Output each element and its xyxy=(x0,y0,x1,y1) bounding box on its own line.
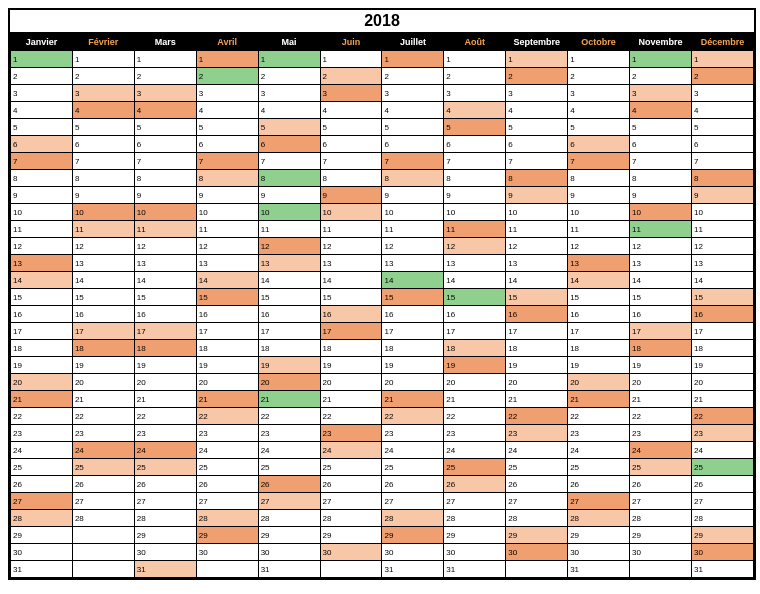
day-cell: 30 xyxy=(320,544,382,561)
day-cell: 2 xyxy=(196,68,258,85)
day-cell: 2 xyxy=(320,68,382,85)
day-cell: 9 xyxy=(196,187,258,204)
day-cell: 10 xyxy=(444,204,506,221)
day-cell: 22 xyxy=(134,408,196,425)
day-cell: 27 xyxy=(72,493,134,510)
day-cell: 11 xyxy=(568,221,630,238)
day-cell: 3 xyxy=(72,85,134,102)
day-cell: 11 xyxy=(11,221,73,238)
month-header: Septembre xyxy=(506,34,568,51)
year-title: 2018 xyxy=(10,10,754,33)
day-cell: 28 xyxy=(196,510,258,527)
day-cell: 26 xyxy=(11,476,73,493)
day-cell: 21 xyxy=(11,391,73,408)
day-cell: 7 xyxy=(382,153,444,170)
day-cell: 21 xyxy=(568,391,630,408)
day-cell: 13 xyxy=(11,255,73,272)
day-cell: 7 xyxy=(258,153,320,170)
day-cell: 8 xyxy=(134,170,196,187)
calendar-row: 2929292929292929292929 xyxy=(11,527,754,544)
day-cell: 6 xyxy=(568,136,630,153)
day-cell: 3 xyxy=(134,85,196,102)
day-cell: 19 xyxy=(568,357,630,374)
day-cell: 25 xyxy=(630,459,692,476)
day-cell: 1 xyxy=(691,51,753,68)
calendar-row: 131313131313131313131313 xyxy=(11,255,754,272)
day-cell: 7 xyxy=(506,153,568,170)
day-cell: 27 xyxy=(196,493,258,510)
day-cell: 7 xyxy=(691,153,753,170)
day-cell: 25 xyxy=(568,459,630,476)
day-cell: 6 xyxy=(630,136,692,153)
day-cell: 9 xyxy=(258,187,320,204)
day-cell: 9 xyxy=(134,187,196,204)
day-cell: 30 xyxy=(382,544,444,561)
day-cell: 15 xyxy=(196,289,258,306)
day-cell: 18 xyxy=(196,340,258,357)
day-cell: 27 xyxy=(382,493,444,510)
day-cell: 21 xyxy=(134,391,196,408)
day-cell: 2 xyxy=(691,68,753,85)
day-cell: 18 xyxy=(258,340,320,357)
day-cell: 13 xyxy=(568,255,630,272)
day-cell: 13 xyxy=(691,255,753,272)
day-cell: 24 xyxy=(320,442,382,459)
day-cell: 12 xyxy=(258,238,320,255)
day-cell: 1 xyxy=(320,51,382,68)
day-cell: 25 xyxy=(196,459,258,476)
day-cell: 14 xyxy=(11,272,73,289)
day-cell: 1 xyxy=(11,51,73,68)
day-cell xyxy=(196,561,258,578)
day-cell: 15 xyxy=(134,289,196,306)
day-cell: 23 xyxy=(134,425,196,442)
day-cell: 26 xyxy=(320,476,382,493)
day-cell: 2 xyxy=(506,68,568,85)
day-cell: 24 xyxy=(506,442,568,459)
day-cell: 5 xyxy=(630,119,692,136)
day-cell: 2 xyxy=(630,68,692,85)
day-cell: 8 xyxy=(444,170,506,187)
day-cell: 20 xyxy=(196,374,258,391)
day-cell: 17 xyxy=(72,323,134,340)
day-cell: 14 xyxy=(568,272,630,289)
calendar-row: 232323232323232323232323 xyxy=(11,425,754,442)
day-cell: 10 xyxy=(196,204,258,221)
day-cell: 15 xyxy=(258,289,320,306)
day-cell: 11 xyxy=(320,221,382,238)
day-cell: 12 xyxy=(444,238,506,255)
day-cell: 27 xyxy=(11,493,73,510)
calendar-row: 141414141414141414141414 xyxy=(11,272,754,289)
month-header: Août xyxy=(444,34,506,51)
day-cell: 21 xyxy=(630,391,692,408)
day-cell: 4 xyxy=(11,102,73,119)
day-cell xyxy=(72,544,134,561)
day-cell: 18 xyxy=(630,340,692,357)
day-cell: 11 xyxy=(630,221,692,238)
day-cell: 13 xyxy=(134,255,196,272)
day-cell: 3 xyxy=(196,85,258,102)
day-cell: 22 xyxy=(506,408,568,425)
day-cell: 31 xyxy=(568,561,630,578)
day-cell: 11 xyxy=(691,221,753,238)
day-cell: 6 xyxy=(691,136,753,153)
day-cell: 7 xyxy=(11,153,73,170)
day-cell: 19 xyxy=(630,357,692,374)
day-cell: 11 xyxy=(506,221,568,238)
day-cell: 14 xyxy=(72,272,134,289)
day-cell: 30 xyxy=(568,544,630,561)
day-cell: 26 xyxy=(506,476,568,493)
day-cell: 22 xyxy=(568,408,630,425)
day-cell: 5 xyxy=(196,119,258,136)
day-cell: 12 xyxy=(630,238,692,255)
day-cell: 5 xyxy=(568,119,630,136)
day-cell: 4 xyxy=(320,102,382,119)
calendar-row: 282828282828282828282828 xyxy=(11,510,754,527)
day-cell: 10 xyxy=(134,204,196,221)
day-cell: 23 xyxy=(568,425,630,442)
day-cell: 5 xyxy=(134,119,196,136)
day-cell: 31 xyxy=(444,561,506,578)
day-cell: 1 xyxy=(382,51,444,68)
day-cell: 26 xyxy=(134,476,196,493)
day-cell: 9 xyxy=(382,187,444,204)
day-cell: 27 xyxy=(320,493,382,510)
